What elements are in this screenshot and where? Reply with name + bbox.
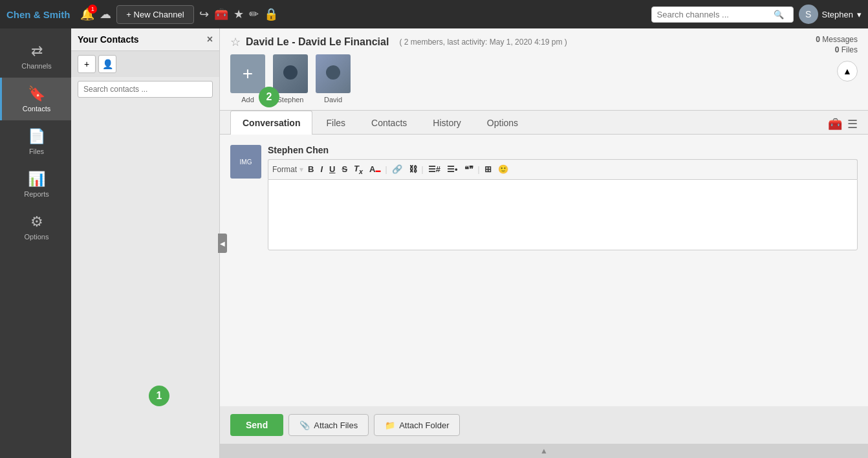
composer-avatar: IMG bbox=[230, 145, 261, 179]
italic-button[interactable]: I bbox=[318, 163, 325, 175]
sidebar-item-channels[interactable]: ⇄ Channels bbox=[0, 35, 71, 78]
channel-stats: 0 Messages 0 Files bbox=[816, 35, 858, 56]
tab-menu-button[interactable]: ☰ bbox=[847, 117, 858, 131]
brand-name2: Smith bbox=[43, 9, 71, 20]
link-button[interactable]: 🔗 bbox=[390, 163, 404, 175]
tutorial-badge-2: 2 bbox=[259, 87, 279, 107]
sidebar-item-options[interactable]: ⚙ Options bbox=[0, 206, 71, 248]
david-label: David bbox=[324, 96, 342, 104]
folder-icon: 📁 bbox=[385, 420, 395, 430]
channel-collapse-button[interactable]: ▲ bbox=[837, 61, 858, 82]
stephen-avatar bbox=[273, 54, 308, 93]
tab-files[interactable]: Files bbox=[314, 111, 358, 135]
star-icon[interactable]: ★ bbox=[233, 7, 244, 21]
main-layout: ⇄ Channels 🔖 Contacts 📄 Files 📊 Reports … bbox=[0, 28, 868, 458]
unordered-list-button[interactable]: ☰• bbox=[445, 163, 460, 175]
import-contact-button[interactable]: 👤 bbox=[98, 55, 116, 73]
david-avatar bbox=[316, 54, 351, 93]
forward-icon[interactable]: ↪ bbox=[199, 7, 209, 21]
channel-search[interactable]: 🔍 bbox=[651, 6, 794, 23]
channels-icon: ⇄ bbox=[31, 43, 43, 60]
underline-button[interactable]: U bbox=[327, 163, 337, 175]
channel-name: David Le - David Le Financial bbox=[246, 36, 389, 48]
sidebar-item-reports[interactable]: 📊 Reports bbox=[0, 163, 71, 206]
main-content: ☆ David Le - David Le Financial ( 2 memb… bbox=[220, 28, 868, 458]
sidebar-item-files[interactable]: 📄 Files bbox=[0, 120, 71, 163]
unlink-button[interactable]: ⛓ bbox=[407, 163, 419, 175]
channel-title-row: ☆ David Le - David Le Financial ( 2 memb… bbox=[230, 35, 816, 49]
ordered-list-button[interactable]: ☰# bbox=[426, 163, 442, 175]
messages-label: Messages bbox=[822, 35, 858, 44]
reports-icon: 📊 bbox=[28, 171, 45, 188]
files-label: Files bbox=[841, 45, 858, 54]
composer-author: Stephen Chen bbox=[268, 145, 858, 155]
panel-collapse-arrow[interactable]: ◀ bbox=[218, 234, 227, 253]
channel-search-input[interactable] bbox=[657, 10, 774, 19]
tab-options[interactable]: Options bbox=[475, 111, 530, 135]
new-channel-button[interactable]: + New Channel bbox=[116, 5, 193, 24]
clear-format-button[interactable]: Tx bbox=[352, 162, 365, 177]
stephen-label: Stephen bbox=[277, 96, 304, 104]
messages-count: 0 bbox=[816, 35, 820, 44]
brand-name1: Chen & bbox=[6, 9, 41, 20]
notification-badge: 1 bbox=[88, 5, 97, 14]
cloud-icon[interactable]: ☁ bbox=[100, 7, 111, 21]
topbar: Chen & Smith 🔔 1 ☁ + New Channel ↪ 🧰 ★ ✏… bbox=[0, 0, 868, 28]
member-david[interactable]: David bbox=[316, 54, 351, 104]
paperclip-icon: 📎 bbox=[299, 420, 310, 430]
contacts-label: Contacts bbox=[23, 105, 50, 113]
attach-files-button[interactable]: 📎 Attach Files bbox=[288, 414, 369, 436]
emoji-button[interactable]: 🙂 bbox=[496, 163, 510, 175]
message-input[interactable] bbox=[268, 179, 858, 250]
bold-button[interactable]: B bbox=[306, 163, 316, 175]
new-channel-label: + New Channel bbox=[126, 10, 184, 19]
notification-icon[interactable]: 🔔 1 bbox=[80, 7, 94, 21]
tutorial-badge-1: 1 bbox=[149, 386, 169, 406]
options-icon: ⚙ bbox=[30, 213, 43, 230]
user-menu[interactable]: S Stephen ▾ bbox=[799, 5, 862, 24]
contacts-close-button[interactable]: × bbox=[207, 34, 213, 45]
format-label[interactable]: Format bbox=[272, 165, 297, 174]
bottom-arrow[interactable]: ▲ bbox=[220, 444, 868, 458]
contacts-panel-title: Your Contacts bbox=[78, 34, 139, 45]
strikethrough-button[interactable]: S bbox=[340, 163, 349, 175]
lock-icon[interactable]: 🔒 bbox=[264, 7, 278, 21]
send-button[interactable]: Send bbox=[230, 414, 283, 436]
channel-meta: ( 2 members, last activity: May 1, 2020 … bbox=[399, 38, 567, 47]
channel-star-icon[interactable]: ☆ bbox=[230, 35, 241, 49]
attach-folder-button[interactable]: 📁 Attach Folder bbox=[374, 414, 460, 436]
format-toolbar: Format ▾ B I U S Tx A▬ | 🔗 ⛓ | ☰# ☰• bbox=[268, 159, 858, 179]
contacts-panel: Your Contacts × + 👤 2 ◀ 1 bbox=[71, 28, 220, 458]
conversation-area: IMG Stephen Chen Format ▾ B I U S Tx A▬ … bbox=[220, 135, 868, 406]
action-buttons: Send 📎 Attach Files 📁 Attach Folder bbox=[220, 406, 868, 444]
contacts-search-input[interactable] bbox=[78, 81, 213, 98]
tab-toolbar: 🧰 ☰ bbox=[828, 111, 858, 134]
search-icon: 🔍 bbox=[774, 10, 784, 19]
add-member-avatar: + bbox=[230, 54, 265, 93]
font-color-button[interactable]: A▬ bbox=[367, 163, 382, 175]
channel-header: ☆ David Le - David Le Financial ( 2 memb… bbox=[220, 28, 868, 111]
add-member-label: Add bbox=[241, 96, 254, 104]
reports-label: Reports bbox=[24, 190, 49, 198]
add-contact-button[interactable]: + bbox=[78, 55, 96, 73]
toolbox-icon[interactable]: 🧰 bbox=[214, 7, 228, 21]
tabs-bar: Conversation Files Contacts History Opti… bbox=[220, 111, 868, 135]
channel-members: + Add Stephen bbox=[230, 54, 816, 104]
tab-toolbox-button[interactable]: 🧰 bbox=[828, 117, 842, 131]
brand: Chen & Smith bbox=[6, 9, 70, 20]
channels-label: Channels bbox=[21, 62, 51, 70]
sidebar-item-contacts[interactable]: 🔖 Contacts bbox=[0, 78, 71, 120]
options-label: Options bbox=[25, 233, 49, 241]
tab-contacts[interactable]: Contacts bbox=[359, 111, 419, 135]
table-button[interactable]: ⊞ bbox=[483, 163, 494, 175]
tab-history[interactable]: History bbox=[420, 111, 473, 135]
contacts-icon: 🔖 bbox=[28, 85, 45, 102]
contacts-header: Your Contacts × bbox=[71, 28, 219, 51]
blockquote-button[interactable]: ❝❞ bbox=[462, 163, 475, 175]
username-label: Stephen bbox=[822, 10, 853, 19]
tab-conversation[interactable]: Conversation bbox=[230, 111, 312, 135]
avatar: S bbox=[799, 5, 818, 24]
edit-icon[interactable]: ✏ bbox=[249, 7, 259, 21]
chevron-down-icon: ▾ bbox=[857, 10, 862, 19]
files-label: Files bbox=[29, 147, 44, 155]
